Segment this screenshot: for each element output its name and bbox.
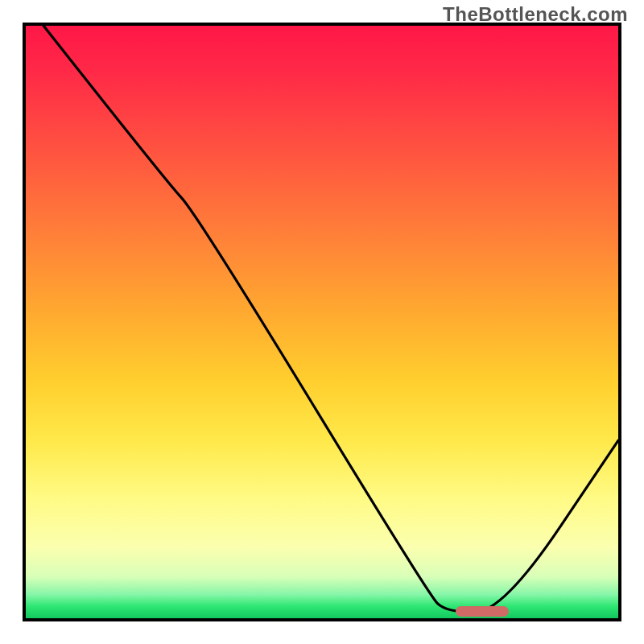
bottleneck-chart: TheBottleneck.com — [0, 0, 644, 644]
optimal-range-marker — [456, 606, 509, 617]
bottleneck-curve — [26, 26, 618, 618]
plot-area — [23, 23, 621, 621]
